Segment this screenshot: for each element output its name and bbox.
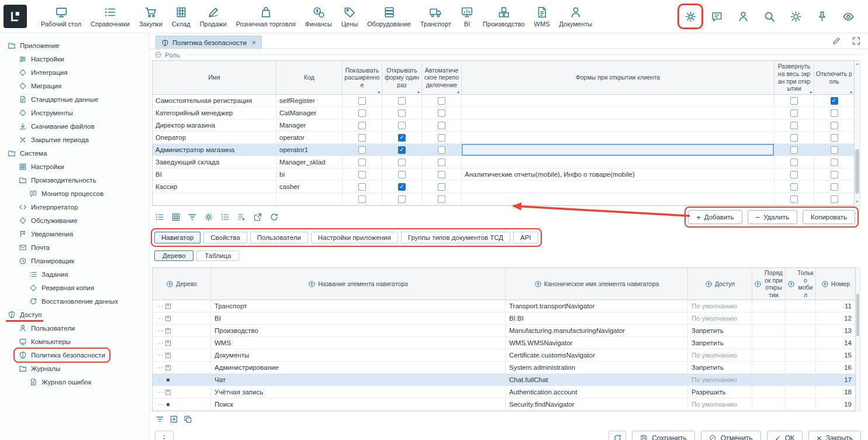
detail-tab[interactable]: Настройки приложения	[311, 232, 398, 243]
edit-icon[interactable]	[832, 36, 841, 46]
sidebar-item[interactable]: Настройки	[0, 52, 149, 66]
role-column-header[interactable]: Открывать форму один раз	[382, 61, 422, 95]
navigator-row[interactable]: Транспорт Transport.transportNavigator П…	[153, 300, 855, 312]
tree-toggle-icon[interactable]	[167, 379, 170, 381]
save-button[interactable]: Сохранить	[632, 431, 695, 440]
show-extended-checkbox[interactable]	[358, 171, 366, 178]
detail-tab[interactable]: Пользователи	[250, 232, 308, 243]
access-cell[interactable]: Разрешить	[688, 386, 752, 398]
navigator-column-header[interactable]: Название элемента навигатора	[211, 268, 506, 300]
sidebar-item[interactable]: Система	[0, 146, 149, 160]
auto-reconnect-checkbox[interactable]	[438, 146, 445, 154]
navigator-scrollbar[interactable]	[856, 267, 860, 411]
mobile-only-cell[interactable]	[786, 337, 816, 349]
sidebar-item[interactable]: Стандартные данные	[0, 92, 149, 106]
sidebar-item[interactable]: Обслуживание	[0, 214, 149, 227]
tab-security-policy[interactable]: Политика безопасности ×	[155, 36, 262, 49]
navigator-row[interactable]: Администрирование System.administration …	[153, 362, 855, 374]
role-row[interactable]: Оператор operator	[153, 132, 854, 144]
sidebar-item[interactable]: Почта	[0, 240, 149, 254]
scroll-down-icon[interactable]: ▼	[855, 199, 860, 205]
navigator-column-header[interactable]: Номер	[816, 268, 855, 300]
open-order-cell[interactable]	[752, 300, 786, 312]
sidebar-item[interactable]: Приложение	[0, 39, 149, 52]
open-order-cell[interactable]	[752, 325, 786, 337]
disable-role-checkbox[interactable]	[831, 97, 838, 105]
forms-on-open-cell[interactable]	[462, 95, 774, 107]
forms-on-open-cell[interactable]	[462, 132, 774, 144]
fullscreen-on-open-checkbox[interactable]	[790, 159, 798, 166]
add-icon[interactable]	[170, 415, 178, 424]
sidebar-item[interactable]: Резервная копия	[0, 281, 149, 294]
filter-icon[interactable]	[155, 415, 164, 424]
topbar-module[interactable]: BI	[456, 4, 478, 29]
auto-reconnect-checkbox[interactable]	[438, 134, 445, 142]
topbar-icon-button[interactable]	[708, 8, 725, 25]
mobile-only-cell[interactable]	[786, 300, 816, 312]
tree-toggle-icon[interactable]	[165, 390, 171, 395]
topbar-module[interactable]: Закупки	[134, 4, 167, 29]
disable-role-checkbox[interactable]	[831, 183, 838, 191]
disable-role-checkbox[interactable]	[831, 195, 838, 203]
sidebar-item[interactable]: Инструменты	[0, 106, 149, 119]
filter-icon[interactable]	[188, 212, 197, 222]
sidebar-item[interactable]: Монитор процессов	[0, 187, 149, 200]
tree-toggle-icon[interactable]	[165, 353, 171, 358]
topbar-module[interactable]: Производство	[478, 4, 530, 29]
tree-toggle-icon[interactable]	[165, 341, 171, 346]
navigator-row[interactable]: WMS WMS.WMSNavigator Запретить 14	[153, 337, 855, 349]
open-form-once-checkbox[interactable]	[398, 159, 406, 166]
topbar-icon-button[interactable]	[840, 8, 856, 25]
show-extended-checkbox[interactable]	[358, 134, 366, 142]
disable-role-checkbox[interactable]	[831, 171, 838, 178]
detail-tab[interactable]: Навигатор	[154, 232, 200, 243]
numbered-list-icon[interactable]	[220, 212, 230, 222]
disable-role-checkbox[interactable]	[831, 159, 838, 166]
show-extended-checkbox[interactable]	[358, 183, 366, 191]
fullscreen-on-open-checkbox[interactable]	[790, 122, 798, 129]
access-cell[interactable]: Запретить	[688, 337, 752, 349]
sidebar-item[interactable]: Компьютеры	[0, 335, 149, 348]
sidebar-item[interactable]: Задания	[0, 267, 149, 281]
role-row[interactable]: Администратор магазина operator1	[153, 144, 854, 156]
forms-on-open-cell[interactable]: Аналитические отчеты(mobile), Инфо о тов…	[462, 169, 774, 181]
auto-reconnect-checkbox[interactable]	[438, 183, 445, 191]
access-cell[interactable]: По умолчанию	[688, 398, 752, 411]
access-cell[interactable]: Запретить	[688, 362, 752, 374]
open-order-cell[interactable]	[752, 337, 786, 349]
topbar-module[interactable]: Транспорт	[416, 4, 456, 29]
sort-ascending-icon[interactable]	[754, 280, 762, 288]
role-column-header[interactable]: Отключить роль	[814, 61, 854, 95]
navigator-column-header[interactable]: Дерево	[153, 268, 211, 300]
navigator-row[interactable]: Чат Chat.fullChat По умолчанию 17	[153, 374, 855, 386]
disable-role-checkbox[interactable]	[831, 122, 838, 129]
copy-button[interactable]: Копировать	[803, 210, 855, 224]
navigator-column-header[interactable]: Только мобил	[786, 268, 816, 300]
navigator-row[interactable]: Учётная запись Authentication.account Ра…	[153, 386, 855, 398]
open-form-once-checkbox[interactable]	[398, 122, 406, 129]
topbar-module[interactable]: Оборудование	[362, 4, 416, 29]
role-column-header[interactable]: Развернуть на весь экран при открытии	[774, 61, 814, 95]
tree-toggle-icon[interactable]	[165, 365, 171, 370]
role-column-header[interactable]: Имя	[153, 61, 276, 95]
forms-on-open-cell[interactable]	[462, 193, 774, 205]
topbar-module[interactable]: Продажи	[195, 4, 231, 29]
ok-button[interactable]: ОК	[767, 431, 803, 440]
open-external-icon[interactable]	[253, 212, 262, 222]
forms-on-open-cell[interactable]	[462, 144, 774, 156]
scroll-up-icon[interactable]: ▲	[855, 61, 860, 67]
tree-toggle-icon[interactable]	[165, 304, 171, 309]
show-extended-checkbox[interactable]	[358, 159, 366, 166]
forms-on-open-cell[interactable]	[462, 107, 774, 119]
navigator-column-header[interactable]: Каноническое имя элемента навигатора	[506, 268, 688, 300]
fullscreen-on-open-checkbox[interactable]	[790, 171, 798, 178]
mobile-only-cell[interactable]	[786, 325, 816, 337]
close-button[interactable]: Закрыть	[808, 431, 861, 440]
topbar-module[interactable]: Рабочий стол	[36, 4, 86, 29]
access-cell[interactable]: По умолчанию	[688, 300, 752, 312]
open-order-cell[interactable]	[752, 362, 786, 374]
fullscreen-on-open-checkbox[interactable]	[790, 195, 798, 203]
sort-ascending-icon[interactable]	[534, 280, 542, 288]
sidebar-item[interactable]: Планировщик	[0, 254, 149, 267]
show-extended-checkbox[interactable]	[358, 109, 366, 117]
